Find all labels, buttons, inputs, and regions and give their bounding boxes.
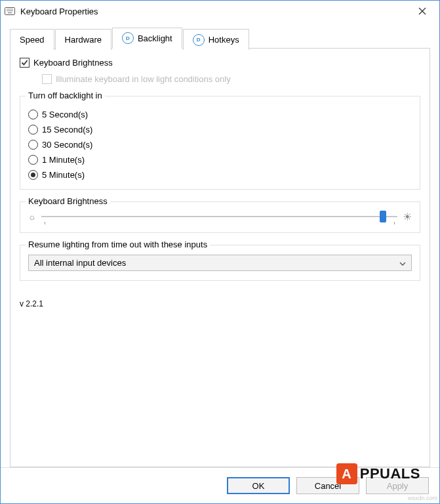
keyboard-brightness-checkbox-row[interactable]: Keyboard Brightness	[20, 58, 420, 68]
brightness-slider-groupbox: Keyboard Brightness ☼ ☀	[20, 201, 420, 233]
tab-speed-label: Speed	[20, 35, 45, 45]
radio-5-seconds[interactable]: 5 Second(s)	[28, 110, 412, 119]
backlight-panel: Keyboard Brightness Illuminate keyboard …	[10, 48, 430, 467]
slider-tick	[394, 222, 395, 224]
button-bar: OK Cancel Apply	[1, 467, 439, 503]
tab-hardware[interactable]: Hardware	[55, 29, 111, 50]
radio-icon	[28, 110, 38, 119]
cancel-button[interactable]: Cancel	[296, 477, 359, 494]
turnoff-groupbox: Turn off backlight in 5 Second(s) 15 Sec…	[20, 96, 420, 190]
dell-icon: D	[193, 34, 205, 46]
brightness-slider[interactable]	[41, 210, 397, 223]
tab-hotkeys-label: Hotkeys	[209, 35, 239, 45]
brightness-section: Keyboard Brightness Illuminate keyboard …	[20, 58, 420, 84]
illuminate-label: Illuminate keyboard in low light conditi…	[56, 74, 231, 84]
titlebar: Keyboard Properties	[1, 1, 439, 22]
illuminate-checkbox-row: Illuminate keyboard in low light conditi…	[42, 74, 420, 84]
ok-label: OK	[252, 481, 265, 491]
resume-select-value: All internal input devices	[34, 258, 126, 268]
dell-icon: D	[122, 32, 134, 44]
window-title: Keyboard Properties	[20, 7, 409, 16]
resume-select-wrap: All internal input devices	[28, 255, 412, 271]
slider-legend: Keyboard Brightness	[26, 196, 110, 206]
turnoff-legend: Turn off backlight in	[26, 91, 105, 100]
resume-legend: Resume lighting from time out with these…	[26, 240, 210, 249]
radio-icon	[28, 170, 38, 180]
radio-1-minute[interactable]: 1 Minute(s)	[28, 155, 412, 165]
tab-speed[interactable]: Speed	[10, 29, 54, 50]
radio-icon	[28, 155, 38, 165]
cancel-label: Cancel	[315, 481, 341, 491]
radio-15s-label: 15 Second(s)	[42, 125, 92, 135]
radio-5m-label: 5 Minute(s)	[42, 170, 85, 180]
brightness-low-icon: ☼	[28, 212, 36, 222]
tab-backlight[interactable]: D Backlight	[112, 28, 182, 49]
content-area: Speed Hardware D Backlight D Hotkeys Key…	[1, 22, 439, 467]
resume-select[interactable]: All internal input devices	[28, 255, 412, 271]
brightness-high-icon: ☀	[403, 211, 412, 223]
slider-thumb[interactable]	[380, 211, 386, 222]
slider-tick	[45, 222, 45, 224]
brightness-slider-row: ☼ ☀	[28, 210, 412, 223]
keyboard-brightness-label: Keyboard Brightness	[33, 58, 113, 68]
resume-groupbox: Resume lighting from time out with these…	[20, 245, 420, 281]
tab-bar: Speed Hardware D Backlight D Hotkeys	[10, 27, 430, 48]
illuminate-checkbox	[42, 74, 52, 84]
radio-icon	[28, 125, 38, 135]
tab-backlight-label: Backlight	[138, 33, 172, 43]
apply-button: Apply	[366, 477, 429, 494]
keyboard-properties-window: Keyboard Properties Speed Hardware D Bac…	[0, 0, 440, 504]
ok-button[interactable]: OK	[227, 477, 290, 494]
radio-30s-label: 30 Second(s)	[42, 140, 92, 150]
apply-label: Apply	[387, 481, 409, 491]
keyboard-icon	[5, 6, 15, 16]
radio-icon	[28, 140, 38, 150]
radio-30-seconds[interactable]: 30 Second(s)	[28, 140, 412, 150]
tab-hardware-label: Hardware	[65, 35, 102, 45]
close-button[interactable]	[409, 2, 435, 20]
slider-track-line	[41, 216, 397, 217]
radio-5-minutes[interactable]: 5 Minute(s)	[28, 170, 412, 180]
tab-hotkeys[interactable]: D Hotkeys	[183, 29, 249, 50]
radio-5s-label: 5 Second(s)	[42, 110, 88, 119]
keyboard-brightness-checkbox[interactable]	[20, 58, 30, 68]
watermark-text: wsxdn.com	[408, 495, 437, 501]
radio-15-seconds[interactable]: 15 Second(s)	[28, 125, 412, 135]
version-label: v 2.2.1	[20, 299, 420, 308]
radio-1m-label: 1 Minute(s)	[42, 155, 85, 165]
chevron-down-icon	[399, 258, 406, 268]
